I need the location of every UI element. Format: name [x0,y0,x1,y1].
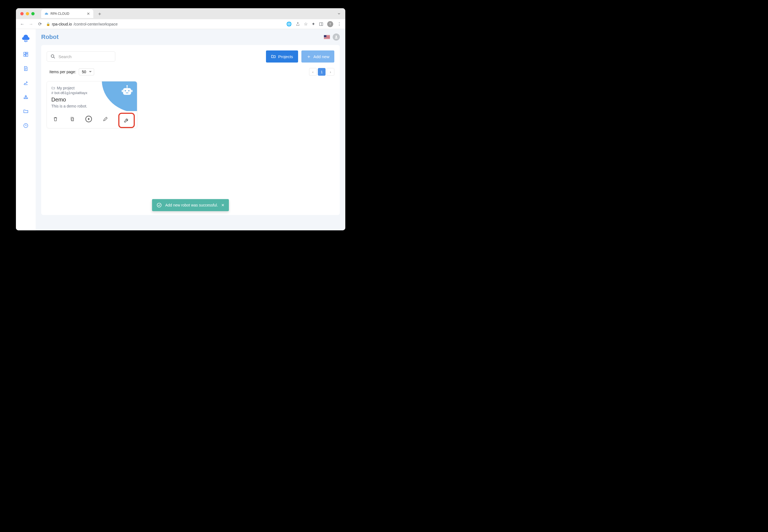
delete-button[interactable] [52,115,59,123]
sidebar-robot[interactable] [22,80,29,86]
share-icon[interactable] [296,22,300,26]
back-button[interactable]: ← [20,22,25,27]
sidebar-dashboard[interactable] [22,51,29,58]
svg-point-21 [157,203,161,207]
duplicate-button[interactable] [69,115,76,123]
maximize-window-icon[interactable] [31,12,35,15]
svg-point-7 [27,41,27,41]
toolbar: Projects ＋ Add new [47,50,334,63]
more-icon[interactable]: ⋮ [337,21,341,27]
pagination: ‹ 1 › [309,68,334,76]
robot-icon [120,84,134,98]
svg-point-6 [26,41,26,42]
sidebar [16,29,36,230]
window-controls [20,12,35,15]
trash-icon [53,116,58,122]
page-next[interactable]: › [327,68,334,76]
minimize-window-icon[interactable] [26,12,29,15]
svg-point-10 [51,55,54,57]
extensions-icon[interactable]: ✦ [312,21,315,27]
check-circle-icon [156,202,162,208]
sidebar-flow[interactable] [22,94,29,100]
cloud-icon [44,12,48,16]
page-current[interactable]: 1 [318,68,326,76]
search-icon [50,54,56,59]
url-path: /control-center/workspace [73,22,117,26]
toast-close-icon[interactable]: ✕ [221,203,225,207]
page-prev[interactable]: ‹ [309,68,317,76]
sidebar-history[interactable] [22,122,29,129]
translate-icon[interactable]: 🌐 [286,21,292,27]
profile-avatar[interactable]: T [327,21,333,27]
items-per-page-label: Items per page: [49,70,76,74]
svg-line-11 [54,57,55,58]
browser-tab-bar: RPA CLOUD ✕ ＋ [16,8,345,19]
sidebar-folder[interactable] [22,108,29,115]
items-per-page-select[interactable]: 50 [79,68,94,75]
tab-title: RPA CLOUD [50,12,69,16]
plus-icon: ＋ [306,53,311,60]
folder-icon [51,86,55,90]
svg-rect-19 [131,90,132,92]
hash-icon: # [51,91,53,95]
lock-icon: 🔒 [46,22,50,26]
reload-button[interactable]: ⟳ [37,21,42,27]
svg-rect-0 [320,22,323,26]
projects-button[interactable]: Projects [266,50,298,63]
page-header: Robot [41,33,340,41]
svg-point-13 [125,90,126,92]
add-new-button[interactable]: ＋ Add new [301,50,334,63]
chevron-down-icon[interactable] [337,12,341,16]
app-body: Robot Proje [16,29,345,230]
search-box[interactable] [47,51,115,62]
settings-button-highlighted[interactable] [118,113,135,128]
browser-tab[interactable]: RPA CLOUD ✕ [41,9,93,18]
logo[interactable] [21,33,30,43]
star-icon[interactable]: ☆ [304,21,308,27]
new-tab-button[interactable]: ＋ [97,10,102,17]
copy-icon [69,116,75,122]
user-avatar[interactable] [333,33,340,41]
svg-rect-15 [126,93,128,93]
list-controls: Items per page: 50 ‹ 1 › [49,68,334,76]
url-display[interactable]: 🔒 rpa-cloud.io/control-center/workspace [46,22,283,26]
page-title: Robot [41,33,59,41]
card-actions [47,111,137,128]
svg-point-17 [126,85,128,87]
svg-point-14 [128,90,129,92]
svg-rect-12 [123,88,131,95]
svg-point-5 [24,41,25,41]
success-toast: Add new robot was successful. ✕ [152,199,229,211]
folder-open-icon [271,54,276,59]
play-button[interactable] [85,115,92,123]
url-domain: rpa-cloud.io [52,22,72,26]
panel-icon[interactable] [319,22,323,26]
address-bar: ← → ⟳ 🔒 rpa-cloud.io/control-center/work… [16,19,345,29]
person-icon [334,35,338,39]
svg-point-8 [26,81,27,82]
main-content: Robot Proje [36,29,345,230]
pencil-icon [103,116,108,122]
browser-actions: 🌐 ☆ ✦ T ⋮ [286,21,341,27]
robot-card: My project # bot-d61g1ngslatltayx Demo T… [47,81,137,128]
search-input[interactable] [58,54,112,59]
close-tab-icon[interactable]: ✕ [87,12,90,16]
close-window-icon[interactable] [20,12,24,15]
content-panel: Projects ＋ Add new Items per page: 50 ‹ … [41,45,340,215]
play-icon [85,115,92,123]
edit-button[interactable] [102,115,109,123]
sidebar-document[interactable] [22,65,29,72]
browser-window: RPA CLOUD ✕ ＋ ← → ⟳ 🔒 rpa-cloud.io/contr… [16,8,345,230]
forward-button[interactable]: → [29,22,33,27]
toast-message: Add new robot was successful. [165,203,218,207]
svg-rect-18 [122,90,123,92]
locale-flag-icon[interactable] [324,35,330,39]
wrench-icon [123,117,129,123]
